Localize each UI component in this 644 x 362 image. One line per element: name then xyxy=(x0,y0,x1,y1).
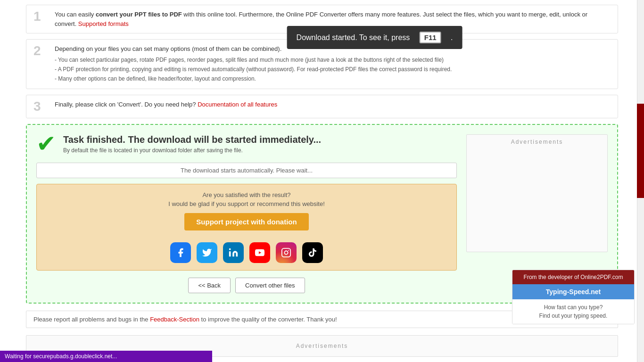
step-2-sub-1: - You can select particular pages, rotat… xyxy=(55,56,611,64)
task-inner: ✔ Task finished. The download will be st… xyxy=(36,134,608,293)
step-3: 3 Finally, please click on 'Convert'. Do… xyxy=(26,95,618,118)
step-2-sub-3: - Many other options can be defined, lik… xyxy=(55,74,611,83)
dev-link[interactable]: Typing-Speed.net xyxy=(512,284,634,299)
donation-button[interactable]: Support project with donation xyxy=(184,213,308,230)
back-button[interactable]: << Back xyxy=(188,278,231,293)
checkmark-icon: ✔ xyxy=(36,132,56,156)
task-subtitle: By default the file is located in your d… xyxy=(63,147,321,154)
toast-text: Download started. To see it, press xyxy=(297,33,410,42)
task-header: ✔ Task finished. The download will be st… xyxy=(36,134,457,156)
scrollbar-area[interactable] xyxy=(637,0,644,362)
download-bar: The download starts automatically. Pleas… xyxy=(36,163,457,178)
donation-box: Are you satisfied with the result? I wou… xyxy=(36,184,457,271)
step-2-sub-2: - A PDF protection for printing, copying… xyxy=(55,65,611,74)
step-1-bold: convert your PPT files to PDF xyxy=(96,11,182,18)
task-ads: Advertisements xyxy=(466,134,608,252)
task-left: ✔ Task finished. The download will be st… xyxy=(36,134,457,293)
twitter-icon[interactable] xyxy=(197,242,217,263)
svg-point-0 xyxy=(229,248,231,250)
documentation-link[interactable]: Documentation of all features xyxy=(198,101,277,108)
download-toast: Download started. To see it, press F11 . xyxy=(287,26,462,49)
step-3-content: Finally, please click on 'Convert'. Do y… xyxy=(55,100,611,109)
step-2-sub: - You can select particular pages, rotat… xyxy=(55,56,611,83)
step-3-number: 3 xyxy=(33,100,48,113)
supported-formats-link[interactable]: Supported formats xyxy=(78,20,129,27)
task-right: Advertisements xyxy=(466,134,608,252)
step-1-number: 1 xyxy=(33,10,48,23)
status-text: Waiting for securepubads.g.doubleclick.n… xyxy=(5,353,117,360)
instagram-icon[interactable] xyxy=(276,242,297,263)
task-title-area: Task finished. The download will be star… xyxy=(63,134,321,154)
dev-desc: How fast can you type? Find out your typ… xyxy=(512,299,634,324)
youtube-icon[interactable] xyxy=(249,242,270,263)
task-title: Task finished. The download will be star… xyxy=(63,134,321,145)
scrollbar-thumb[interactable] xyxy=(637,104,644,198)
tiktok-icon[interactable] xyxy=(302,242,323,263)
feedback-text-before: Please report all problems and bugs in t… xyxy=(33,316,150,323)
feedback-text-after: to improve the quality of the converter.… xyxy=(201,316,337,323)
dev-box: From the developer of Online2PDF.com Typ… xyxy=(512,270,635,324)
toast-dot: . xyxy=(451,33,453,42)
convert-other-button[interactable]: Convert other files xyxy=(235,278,305,293)
action-buttons: << Back Convert other files xyxy=(36,278,457,293)
steps-section: 1 You can easily convert your PPT files … xyxy=(0,0,644,118)
feedback-link[interactable]: Feedback-Section xyxy=(150,316,199,323)
dev-header: From the developer of Online2PDF.com xyxy=(512,270,634,284)
donation-question: Are you satisfied with the result? xyxy=(44,191,449,198)
social-icons xyxy=(44,242,449,263)
svg-rect-2 xyxy=(282,248,290,256)
dev-desc-line2: Find out your typing speed. xyxy=(518,312,628,320)
toast-key: F11 xyxy=(420,32,441,43)
linkedin-icon[interactable] xyxy=(223,242,244,263)
status-bar: Waiting for securepubads.g.doubleclick.n… xyxy=(0,351,212,362)
donation-text: I would be glad if you support or recomm… xyxy=(44,200,449,207)
step-2-number: 2 xyxy=(33,44,48,58)
step-2-content: Depending on your files you can set many… xyxy=(55,44,611,84)
facebook-icon[interactable] xyxy=(170,242,191,263)
dev-desc-line1: How fast can you type? xyxy=(518,303,628,312)
